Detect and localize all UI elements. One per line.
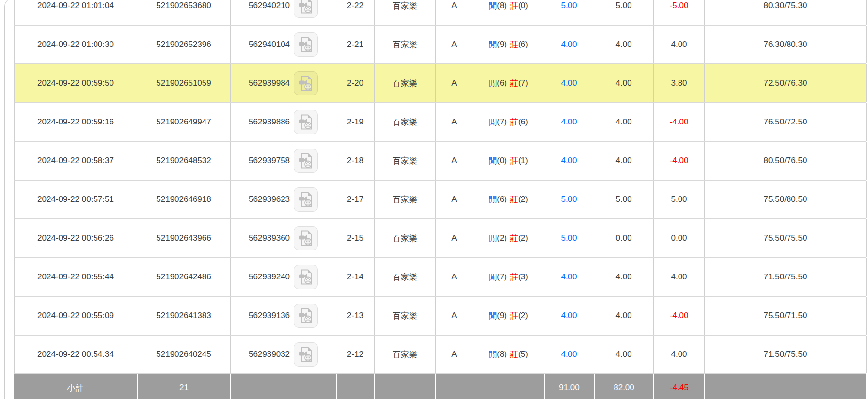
player-label: 閒	[489, 310, 497, 322]
player-score: (8)	[497, 350, 507, 359]
banker-score: (6)	[518, 117, 528, 127]
bet-history-table: 2024-09-22 01:01:04 521902653680 5629402…	[14, 0, 866, 399]
video-replay-button[interactable]	[294, 32, 318, 57]
balance-value: 75.50/80.50	[764, 195, 807, 204]
bet-time: 2024-09-22 00:58:37	[37, 156, 114, 166]
video-replay-button[interactable]	[294, 304, 318, 328]
video-replay-button[interactable]	[294, 187, 318, 212]
video-replay-button[interactable]	[294, 110, 318, 134]
table-row[interactable]: 2024-09-22 00:59:16 521902649947 5629398…	[14, 103, 866, 142]
win-loss-cell: -4.00	[654, 103, 705, 141]
bet-time: 2024-09-22 00:56:26	[37, 233, 114, 243]
table-row[interactable]: 2024-09-22 00:58:37 521902648532 5629397…	[14, 142, 866, 181]
balance-cell: 75.50/71.50	[705, 297, 867, 335]
game-id: 562939623	[249, 195, 290, 204]
banker-score: (2)	[518, 233, 528, 243]
game-id: 562940210	[249, 1, 290, 11]
video-replay-button[interactable]	[294, 71, 318, 95]
game-id-cell: 562939032	[231, 336, 336, 373]
balance-value: 75.50/75.50	[764, 233, 807, 243]
win-loss-cell: -4.00	[654, 142, 705, 180]
table-letter-cell: A	[436, 219, 473, 257]
game-name-cell: 百家樂	[375, 103, 436, 141]
game-name-cell: 百家樂	[375, 0, 436, 25]
game-id-cell: 562939240	[231, 258, 336, 296]
table-letter-cell: A	[436, 64, 473, 102]
game-name-cell: 百家樂	[375, 258, 436, 296]
subtotal-win-loss-total: -4.45	[653, 374, 704, 399]
banker-score: (5)	[518, 350, 528, 359]
game-name: 百家樂	[393, 117, 417, 128]
video-film-document-icon	[298, 269, 314, 285]
valid-amount-cell: 4.00	[594, 142, 654, 180]
banker-label: 莊	[510, 0, 518, 12]
valid-amount: 5.00	[615, 195, 631, 204]
video-replay-button[interactable]	[294, 226, 318, 250]
result-cell: 閒(6) 莊(7)	[473, 64, 544, 102]
bet-time: 2024-09-22 01:01:04	[37, 1, 114, 11]
game-name-cell: 百家樂	[375, 142, 436, 180]
game-id-cell: 562939758	[231, 142, 336, 180]
player-score: (2)	[497, 233, 507, 243]
table-letter-cell: A	[436, 258, 473, 296]
bet-id: 521902643966	[156, 233, 211, 243]
table-letter: A	[451, 233, 457, 243]
round-number: 2-20	[347, 78, 363, 88]
game-id: 562939136	[249, 311, 290, 321]
subtotal-empty-balance	[704, 374, 866, 399]
round-cell: 2-13	[336, 297, 375, 335]
bet-amount-cell: 5.00	[544, 219, 594, 257]
game-id: 562939886	[249, 117, 290, 127]
valid-amount-cell: 4.00	[594, 103, 654, 141]
table-row[interactable]: 2024-09-22 00:59:50 521902651059 5629399…	[14, 64, 866, 103]
bet-history-screen: { "colors":{ "highlight":"#f7f6a2", "blu…	[0, 0, 868, 399]
time-cell: 2024-09-22 01:01:04	[15, 0, 137, 25]
valid-amount: 4.00	[615, 78, 631, 88]
table-row[interactable]: 2024-09-22 00:56:26 521902643966 5629393…	[14, 219, 866, 258]
video-replay-button[interactable]	[294, 0, 318, 18]
player-label: 閒	[489, 78, 497, 89]
win-loss-value: 4.00	[671, 350, 687, 359]
bet-id-cell: 521902642486	[137, 258, 231, 296]
round-number: 2-13	[347, 311, 363, 321]
game-name-cell: 百家樂	[375, 219, 436, 257]
video-replay-button[interactable]	[294, 265, 318, 289]
game-name-cell: 百家樂	[375, 297, 436, 335]
player-label: 閒	[489, 272, 497, 283]
table-row[interactable]: 2024-09-22 00:55:09 521902641383 5629391…	[14, 297, 866, 336]
game-id: 562939758	[249, 156, 290, 166]
subtotal-count: 21	[137, 374, 230, 399]
game-name: 百家樂	[393, 0, 417, 12]
banker-score: (3)	[518, 272, 528, 282]
bet-id-cell: 521902652396	[137, 26, 231, 63]
balance-value: 80.50/76.50	[764, 156, 807, 166]
win-loss-value: -4.00	[670, 117, 689, 127]
win-loss-value: 3.80	[671, 78, 687, 88]
player-score: (7)	[497, 272, 507, 282]
bet-amount: 5.00	[561, 1, 577, 11]
time-cell: 2024-09-22 00:55:09	[15, 297, 137, 335]
balance-cell: 76.30/80.30	[705, 26, 867, 63]
banker-score: (0)	[518, 1, 528, 11]
round-cell: 2-12	[336, 336, 375, 373]
bet-amount: 5.00	[561, 195, 577, 204]
banker-score: (1)	[518, 156, 528, 166]
table-row[interactable]: 2024-09-22 00:57:51 521902646918 5629396…	[14, 181, 866, 219]
table-row[interactable]: 2024-09-22 01:01:04 521902653680 5629402…	[14, 0, 866, 26]
game-id-cell: 562939886	[231, 103, 336, 141]
player-score: (9)	[497, 40, 507, 49]
player-label: 閒	[489, 117, 497, 128]
video-replay-button[interactable]	[294, 149, 318, 173]
table-row[interactable]: 2024-09-22 01:00:30 521902652396 5629401…	[14, 26, 866, 64]
bet-amount-cell: 4.00	[544, 64, 594, 102]
table-row[interactable]: 2024-09-22 00:54:34 521902640245 5629390…	[14, 336, 866, 374]
video-replay-button[interactable]	[294, 342, 318, 367]
video-film-document-icon	[298, 36, 314, 53]
table-row[interactable]: 2024-09-22 00:55:44 521902642486 5629392…	[14, 258, 866, 297]
bet-amount-cell: 4.00	[544, 258, 594, 296]
bet-id: 521902642486	[156, 272, 211, 282]
valid-amount: 5.00	[615, 1, 631, 11]
balance-cell: 76.50/72.50	[705, 103, 867, 141]
balance-value: 72.50/76.30	[764, 78, 807, 88]
time-cell: 2024-09-22 00:54:34	[15, 336, 137, 373]
